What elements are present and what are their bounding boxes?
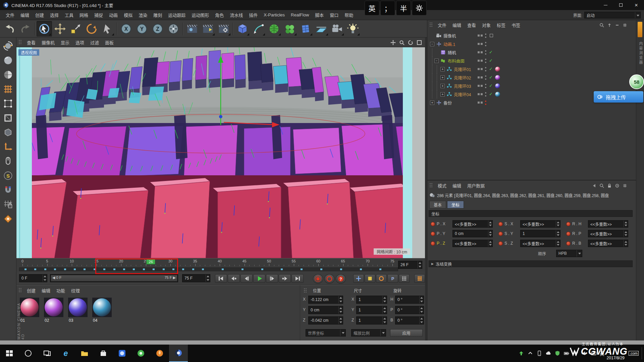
visibility-dots[interactable] — [485, 50, 487, 55]
history-icon[interactable] — [614, 183, 620, 188]
panel-grip[interactable] — [304, 288, 307, 293]
layer-toggle-squares[interactable] — [478, 68, 483, 70]
previous-frame-button[interactable] — [240, 274, 253, 283]
menu-item-10[interactable]: 雕刻 — [150, 12, 165, 18]
mat-menu-item-3[interactable]: 纹理 — [68, 287, 83, 294]
undo-button[interactable] — [2, 21, 17, 37]
attr-field[interactable]: <<多重数>> — [520, 220, 560, 228]
layer-toggle-squares[interactable] — [478, 93, 483, 96]
expander-plus-icon[interactable]: + — [440, 67, 445, 71]
visibility-dots[interactable] — [485, 75, 487, 80]
object-name[interactable]: 克隆环01 — [454, 66, 471, 72]
spinner-arrows[interactable] — [488, 240, 492, 247]
spinner-arrows[interactable] — [382, 296, 387, 303]
ime-language-button[interactable]: 英 — [365, 1, 379, 15]
object-row-2[interactable]: 随机✓ — [427, 48, 628, 57]
spinner-arrows[interactable] — [624, 240, 628, 247]
add-light-button[interactable] — [345, 21, 361, 37]
menu-item-9[interactable]: 渲染 — [136, 12, 150, 18]
battery-icon[interactable] — [564, 350, 570, 356]
add-mograph-button[interactable] — [282, 21, 298, 37]
play-button[interactable] — [253, 274, 265, 283]
vp-menu-item-2[interactable]: 显示 — [58, 39, 72, 46]
expander-plus-icon[interactable]: + — [440, 75, 445, 80]
coordinate-field[interactable]: -0.122 cm — [308, 296, 343, 304]
visibility-dots[interactable] — [485, 92, 487, 97]
record-pla-toggle[interactable] — [399, 274, 410, 283]
spinner-arrows[interactable] — [206, 275, 210, 282]
lock-x-button[interactable]: X — [118, 21, 134, 37]
object-row-1[interactable]: −动画.1 — [427, 40, 628, 48]
keyframe-dot[interactable] — [498, 222, 503, 226]
record-keyframe-button[interactable] — [313, 274, 323, 284]
visibility-dots[interactable] — [485, 67, 487, 71]
lock-icon[interactable] — [607, 183, 612, 188]
layer-toggle-squares[interactable] — [478, 85, 483, 87]
vp-menu-item-5[interactable]: 面板 — [102, 39, 117, 46]
menu-item-19[interactable]: 窗口 — [327, 12, 341, 18]
coordinate-field[interactable]: 1 — [356, 306, 387, 314]
magnet-tool-button[interactable] — [2, 184, 14, 196]
visibility-dots[interactable] — [485, 34, 487, 38]
task-view-button[interactable] — [38, 345, 56, 362]
layout-grid-icon[interactable] — [622, 183, 627, 188]
back-icon[interactable] — [591, 183, 596, 188]
update-arrow-icon[interactable] — [518, 350, 524, 356]
speedup-float-ball[interactable]: 58 — [629, 74, 644, 89]
keyframe-dot[interactable] — [431, 241, 435, 246]
panel-grip[interactable] — [429, 183, 433, 188]
goto-end-button[interactable] — [291, 274, 304, 283]
menu-item-20[interactable]: 帮助 — [341, 12, 356, 18]
record-parameter-toggle[interactable]: P — [387, 274, 398, 283]
render-settings-button[interactable] — [216, 21, 231, 37]
hidden-icons-chevron[interactable] — [527, 350, 533, 356]
object-name[interactable]: 随机 — [448, 49, 456, 56]
spinner-arrows[interactable] — [382, 317, 387, 324]
coordinate-field[interactable]: 0 ° — [395, 296, 424, 304]
keyframe-selection-button[interactable] — [414, 274, 425, 283]
attr-field[interactable]: <<多重数>> — [520, 240, 560, 247]
maximize-button[interactable] — [613, 0, 629, 10]
menu-item-16[interactable]: X-Particles — [261, 12, 288, 17]
spinner-arrows[interactable] — [556, 221, 560, 227]
menu-item-2[interactable]: 创建 — [32, 12, 47, 18]
points-mode-button[interactable] — [2, 97, 14, 110]
object-name[interactable]: 克隆环04 — [454, 91, 471, 98]
panel-grip[interactable] — [18, 288, 22, 293]
apply-button[interactable]: 应用 — [390, 329, 423, 337]
pinned-app-blue-icon[interactable] — [113, 345, 131, 362]
scale-tool-button[interactable] — [68, 21, 84, 37]
keyframe-options-button[interactable]: ? — [336, 274, 346, 284]
phone-icon[interactable] — [536, 350, 542, 356]
visibility-dots[interactable] — [485, 84, 487, 88]
viewport-3d[interactable]: 透视视图 网格间距 : 10 cm — [16, 47, 425, 258]
keyframe-dot[interactable] — [431, 222, 435, 226]
coordinates-section-header[interactable]: 坐标 — [429, 210, 633, 217]
layer-toggle-squares[interactable] — [478, 76, 483, 79]
menu-item-6[interactable]: 捕捉 — [91, 12, 106, 18]
spinner-arrows[interactable] — [418, 261, 422, 268]
spinner-arrows[interactable] — [338, 296, 343, 303]
ime-width-button[interactable]: 半 — [396, 1, 411, 15]
spinner-arrows[interactable] — [556, 240, 560, 247]
attr-field[interactable]: <<多重数>> — [588, 230, 628, 237]
order-dropdown[interactable]: HPB — [556, 250, 582, 257]
spinner-arrows[interactable] — [556, 230, 560, 237]
coordinate-field[interactable]: -0.042 cm — [308, 316, 343, 324]
drag-upload-button[interactable]: 拖拽上传 — [594, 91, 643, 103]
material-preview[interactable] — [44, 298, 63, 317]
end-frame-field[interactable]: 75 F — [182, 274, 210, 282]
goto-start-button[interactable] — [215, 274, 227, 283]
render-view-button[interactable] — [184, 21, 200, 37]
quantize-toggle-button[interactable] — [2, 213, 14, 225]
cinema4d-running-app[interactable] — [169, 345, 188, 362]
security-shield-icon[interactable] — [554, 350, 560, 356]
live-selection-button[interactable] — [37, 21, 52, 37]
spinner-arrows[interactable] — [488, 221, 492, 227]
material-chip[interactable] — [495, 92, 500, 97]
content-browser-tab[interactable]: 内容浏览器 — [638, 42, 643, 65]
axis-mode-button[interactable] — [2, 140, 14, 153]
orbit-view-icon[interactable] — [407, 39, 414, 46]
store-icon[interactable] — [94, 345, 113, 362]
object-row-4[interactable]: +克隆环01✓ — [427, 65, 628, 73]
